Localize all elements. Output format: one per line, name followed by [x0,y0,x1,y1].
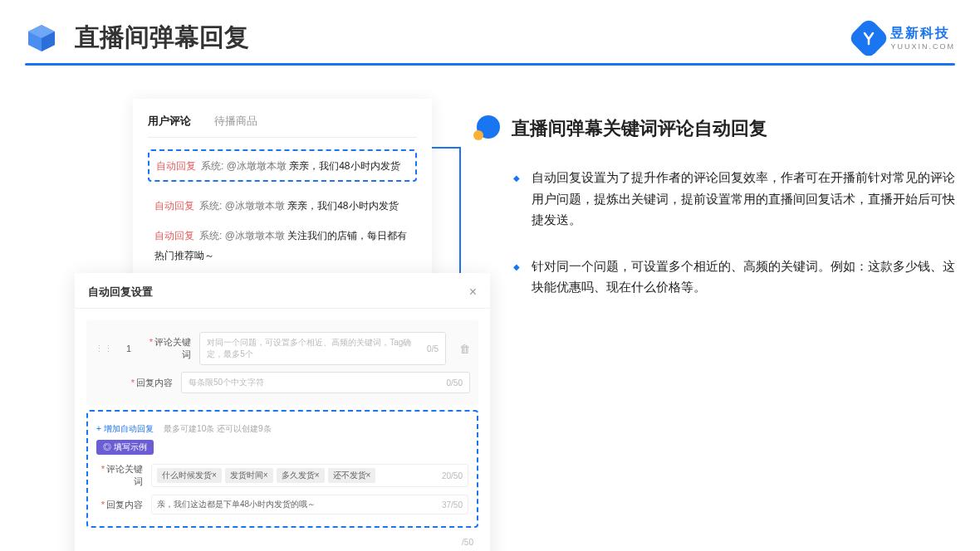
settings-title: 自动回复设置 [88,285,153,300]
rule-index: 1 [121,344,136,354]
settings-card: 自动回复设置 × ⋮⋮ 1 *评论关键词 对同一个问题，可设置多个相近、高频的关… [75,273,490,551]
bullet-item: 自动回复设置为了提升作者的评论回复效率，作者可在开播前针对常见的评论用户问题，提… [532,167,955,231]
comment-row: 自动回复系统: @冰墩墩本墩 亲亲，我们48小时内发货 [148,190,417,220]
logo-mark-icon [848,17,890,59]
auto-reply-tag: 自动回复 [156,160,196,172]
brand-cn: 昱新科技 [890,25,955,42]
header: 直播间弹幕回复 昱新科技 YUUXIN.COM [0,0,980,63]
tab-user-comments[interactable]: 用户评论 [148,114,191,129]
cube-icon [25,22,58,55]
close-icon[interactable]: × [469,285,477,300]
keyword-input[interactable]: 对同一个问题，可设置多个相近、高频的关键词，Tag确定，最多5个 0/5 [199,332,446,365]
brand-logo: 昱新科技 YUUXIN.COM [854,23,955,53]
example-reply-input: 亲，我们这边都是下单48小时内发货的哦～ 37/50 [151,495,468,514]
chat-bubble-icon [473,115,500,142]
bullet-item: 针对同一个问题，可设置多个相近的、高频的关键词。例如：这款多少钱、这块能优惠吗、… [532,256,955,298]
tab-pending-goods[interactable]: 待播商品 [214,114,257,129]
page-title: 直播间弹幕回复 [75,21,249,55]
comment-row: 自动回复系统: @冰墩墩本墩 关注我们的店铺，每日都有热门推荐呦～ [148,220,417,270]
reply-input[interactable]: 每条限50个中文字符 0/50 [181,372,470,393]
example-keyword-input: 什么时候发货×发货时间×多久发货×还不发货× 20/50 [151,464,468,487]
example-box: + 增加自动回复 最多可建10条 还可以创建9条 ◎ 填写示例 *评论关键词 什… [86,410,478,528]
add-rule-link[interactable]: + 增加自动回复 [96,424,154,433]
brand-en: YUUXIN.COM [890,42,955,51]
trash-icon[interactable]: 🗑 [459,343,470,355]
example-badge: ◎ 填写示例 [96,440,154,455]
highlighted-comment: 自动回复系统: @冰墩墩本墩 亲亲，我们48小时内发货 [148,149,417,182]
section-heading: 直播间弹幕关键词评论自动回复 [512,116,767,141]
